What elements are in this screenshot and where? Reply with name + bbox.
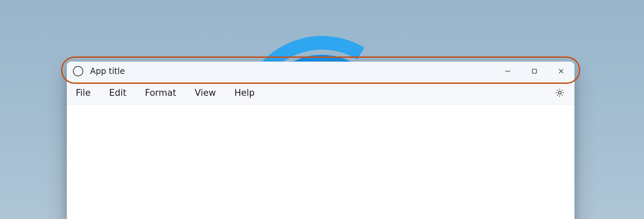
menu-item-edit[interactable]: Edit xyxy=(109,88,126,98)
titlebar[interactable]: App title xyxy=(67,62,574,81)
close-button[interactable] xyxy=(548,62,574,81)
maximize-button[interactable] xyxy=(521,62,548,81)
app-title: App title xyxy=(90,66,125,76)
svg-point-4 xyxy=(558,91,561,94)
menu-item-file[interactable]: File xyxy=(76,88,91,98)
menu-item-view[interactable]: View xyxy=(195,88,216,98)
app-window: App title File Edit Format View Help xyxy=(67,62,574,219)
minimize-icon xyxy=(504,68,511,75)
content-area xyxy=(67,105,574,219)
menu-item-help[interactable]: Help xyxy=(234,88,255,98)
close-icon xyxy=(558,68,565,75)
menubar: File Edit Format View Help xyxy=(67,81,574,105)
svg-rect-1 xyxy=(532,69,536,73)
menu-item-format[interactable]: Format xyxy=(145,88,176,98)
caption-buttons xyxy=(494,62,574,81)
maximize-icon xyxy=(531,68,538,75)
app-icon xyxy=(73,66,83,76)
minimize-button[interactable] xyxy=(494,62,521,81)
gear-icon xyxy=(555,88,565,98)
settings-button[interactable] xyxy=(554,87,566,99)
